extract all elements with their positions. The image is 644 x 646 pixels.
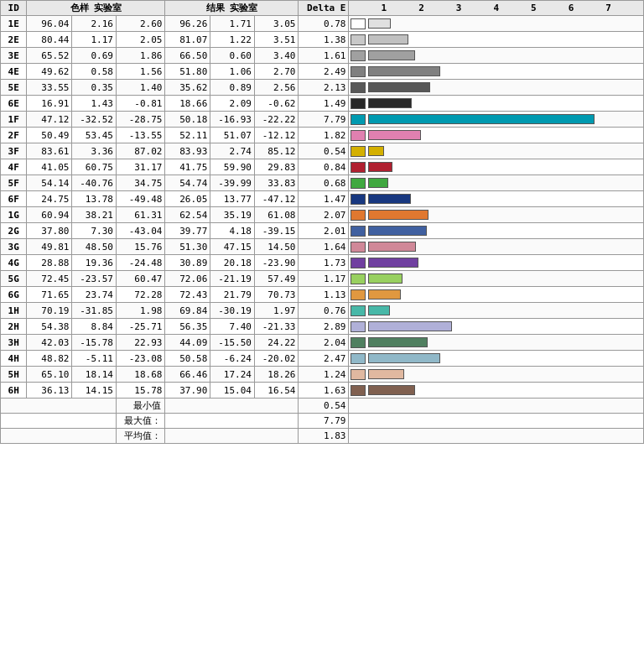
cell-delta-e: 2.04: [299, 335, 349, 351]
cell-s1: 47.12: [27, 112, 72, 128]
header-result-group: 结果 实验室: [165, 1, 299, 16]
color-swatch: [351, 353, 366, 364]
cell-s2: 14.15: [72, 383, 117, 399]
cell-delta-e: 2.89: [299, 319, 349, 335]
table-row: 2H54.388.84-25.7156.357.40-21.332.89: [1, 319, 644, 335]
cell-r2: 21.79: [210, 287, 255, 303]
cell-delta-e: 0.84: [299, 159, 349, 175]
footer-min-val: 0.54: [299, 399, 349, 414]
cell-id: 4E: [1, 64, 27, 80]
cell-r2: 2.74: [210, 143, 255, 159]
cell-s3: 34.75: [116, 175, 164, 191]
cell-r3: -0.62: [254, 96, 299, 112]
cell-r2: -6.24: [210, 351, 255, 367]
cell-r2: 1.06: [210, 64, 255, 80]
cell-r1: 56.35: [165, 319, 210, 335]
cell-s1: 54.14: [27, 175, 72, 191]
cell-s3: 22.93: [116, 335, 164, 351]
cell-r3: 2.70: [254, 64, 299, 80]
cell-id: 4F: [1, 159, 27, 175]
cell-id: 2F: [1, 128, 27, 143]
delta-e-bar: [368, 274, 402, 284]
cell-s3: 87.02: [116, 143, 164, 159]
cell-r1: 41.75: [165, 159, 210, 175]
footer-empty-5: [1, 429, 117, 444]
cell-r3: 29.83: [254, 159, 299, 175]
cell-s3: 31.17: [116, 159, 164, 175]
cell-r2: 15.04: [210, 383, 255, 399]
cell-s1: 80.44: [27, 32, 72, 48]
cell-id: 3E: [1, 48, 27, 64]
cell-chart: [349, 80, 644, 96]
delta-e-bar: [368, 130, 421, 140]
color-swatch: [351, 34, 366, 45]
cell-r2: -15.50: [210, 335, 255, 351]
delta-e-bar: [368, 82, 430, 92]
table-row: 3H42.03-15.7822.9344.09-15.5024.222.04: [1, 335, 644, 351]
header-sample-group: 色样 实验室: [27, 1, 165, 16]
cell-s2: 19.36: [72, 255, 117, 271]
cell-s1: 33.55: [27, 80, 72, 96]
table-row: 2F50.4953.45-13.5552.1151.07-12.121.82: [1, 128, 644, 143]
cell-r3: 3.05: [254, 16, 299, 32]
col-num-5: 5: [517, 3, 549, 13]
cell-r1: 18.66: [165, 96, 210, 112]
footer-empty-3: [1, 414, 117, 429]
cell-s2: 1.43: [72, 96, 117, 112]
delta-e-bar: [368, 162, 392, 172]
footer-min-row: 最小值 0.54: [1, 399, 644, 414]
table-row: 3E65.520.691.8666.500.603.401.61: [1, 48, 644, 64]
cell-chart: [349, 112, 644, 128]
color-swatch: [351, 18, 366, 29]
cell-s2: 38.21: [72, 207, 117, 223]
delta-e-bar: [368, 369, 404, 379]
cell-r3: -22.22: [254, 112, 299, 128]
cell-s1: 71.65: [27, 287, 72, 303]
cell-r1: 35.62: [165, 80, 210, 96]
col-num-1: 1: [368, 3, 400, 13]
table-row: 5G72.45-23.5760.4772.06-21.1957.491.17: [1, 271, 644, 287]
delta-e-bar: [368, 242, 416, 252]
cell-s1: 48.82: [27, 351, 72, 367]
cell-r3: -39.15: [254, 223, 299, 239]
cell-id: 6G: [1, 287, 27, 303]
cell-delta-e: 0.76: [299, 303, 349, 319]
cell-delta-e: 1.24: [299, 367, 349, 383]
cell-r3: 3.51: [254, 32, 299, 48]
table-row: 4E49.620.581.5651.801.062.702.49: [1, 64, 644, 80]
cell-chart: [349, 367, 644, 383]
cell-id: 2H: [1, 319, 27, 335]
cell-s3: -28.75: [116, 112, 164, 128]
footer-empty-6: [165, 429, 299, 444]
cell-id: 1E: [1, 16, 27, 32]
cell-id: 6F: [1, 191, 27, 207]
color-swatch: [351, 242, 366, 253]
cell-delta-e: 0.78: [299, 16, 349, 32]
header-id: ID: [1, 1, 27, 16]
cell-delta-e: 1.49: [299, 96, 349, 112]
cell-r3: 16.54: [254, 383, 299, 399]
cell-chart: [349, 223, 644, 239]
footer-avg-label: 平均值：: [116, 429, 164, 444]
table-row: 2E80.441.172.0581.071.223.511.38: [1, 32, 644, 48]
color-swatch: [351, 321, 366, 332]
cell-s3: -13.55: [116, 128, 164, 143]
cell-s3: 15.78: [116, 383, 164, 399]
cell-r1: 72.06: [165, 271, 210, 287]
cell-chart: [349, 128, 644, 143]
color-swatch: [351, 258, 366, 268]
footer-chart-empty-2: [349, 414, 644, 429]
color-swatch: [351, 194, 366, 205]
cell-delta-e: 2.49: [299, 64, 349, 80]
cell-r1: 37.90: [165, 383, 210, 399]
cell-s2: 23.74: [72, 287, 117, 303]
table-row: 3F83.613.3687.0283.932.7485.120.54: [1, 143, 644, 159]
cell-r2: -39.99: [210, 175, 255, 191]
cell-r2: 1.22: [210, 32, 255, 48]
cell-delta-e: 2.01: [299, 223, 349, 239]
cell-r1: 81.07: [165, 32, 210, 48]
cell-r3: 70.73: [254, 287, 299, 303]
cell-r2: 2.09: [210, 96, 255, 112]
cell-chart: [349, 351, 644, 367]
cell-r3: -12.12: [254, 128, 299, 143]
